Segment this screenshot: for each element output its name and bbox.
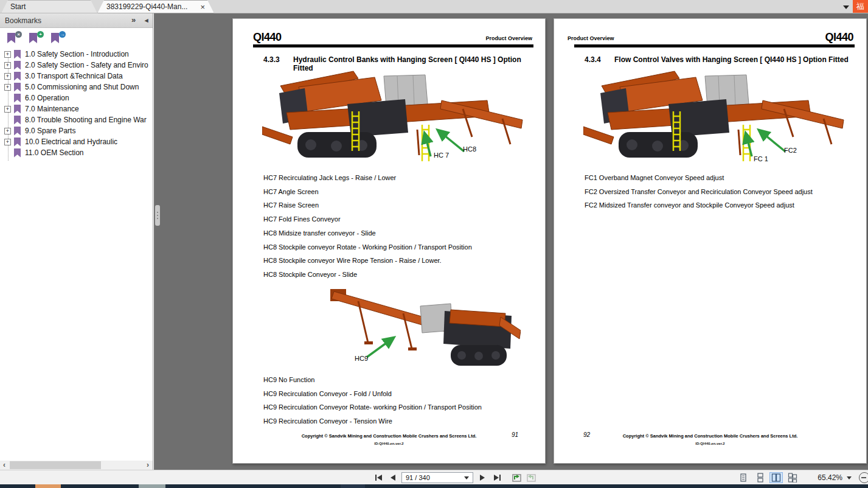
next-view-button[interactable] xyxy=(526,473,536,482)
zoom-dropdown-icon[interactable] xyxy=(847,476,852,479)
tab-document[interactable]: 383199229-Qi440-Man... × xyxy=(97,0,214,13)
text-line: HC8 Stockpile conveyor Wire Rope Tension… xyxy=(263,254,531,268)
expand-icon[interactable]: + xyxy=(4,106,11,113)
page-number: 91 xyxy=(512,431,518,438)
bookmark-item[interactable]: 6.0 Operation xyxy=(0,92,153,103)
panel-collapse-icon[interactable]: » xyxy=(131,15,136,24)
zoom-level-value[interactable]: 65.42% xyxy=(811,473,842,482)
tab-close-icon[interactable]: × xyxy=(200,3,205,11)
facing-continuous-view-button[interactable] xyxy=(786,472,799,483)
expand-icon[interactable]: + xyxy=(4,73,11,80)
scroll-right-icon[interactable]: › xyxy=(144,461,152,470)
next-page-button[interactable] xyxy=(478,472,487,483)
bookmark-label: 11.0 OEM Section xyxy=(25,148,84,157)
scroll-left-icon[interactable]: ‹ xyxy=(0,461,9,470)
windows-taskbar-edge xyxy=(0,484,868,488)
first-page-button[interactable] xyxy=(373,472,384,483)
last-page-button[interactable] xyxy=(491,472,502,483)
expand-icon[interactable]: + xyxy=(4,51,11,58)
text-line: HC7 Angle Screen xyxy=(263,185,531,199)
expand-icon[interactable]: + xyxy=(4,62,11,69)
pdf-page-92: Product Overview QI440 4.3.4 Flow Contro… xyxy=(554,18,867,464)
status-bar: 91 / 340 65.42% xyxy=(0,470,868,484)
text-line: HC7 Recirculating Jack Legs - Raise / Lo… xyxy=(263,171,531,185)
figure-callout: FC 1 xyxy=(754,155,768,162)
doc-id-line: ID:QI440.en.ver.2 xyxy=(233,442,545,445)
expand-icon[interactable]: + xyxy=(4,139,11,145)
figure-callout: HC8 xyxy=(463,145,476,153)
tab-bar: Start 383199229-Qi440-Man... × 福 xyxy=(0,0,868,13)
page-dropdown-icon[interactable] xyxy=(464,476,469,479)
bookmark-item[interactable]: + 5.0 Commissioning and Shut Down xyxy=(0,82,153,92)
header-rule xyxy=(574,44,855,47)
bookmarks-toolbar: × + → xyxy=(0,32,153,46)
previous-view-button[interactable] xyxy=(511,473,522,482)
bookmark-item[interactable]: + 10.0 Electrical and Hydraulic xyxy=(0,136,153,147)
body-text: HC7 Recirculating Jack Legs - Raise / Lo… xyxy=(263,171,531,282)
facing-pages-view-button-selected[interactable] xyxy=(769,472,783,483)
panel-splitter-handle[interactable] xyxy=(155,205,160,226)
previous-page-button[interactable] xyxy=(389,472,397,483)
text-line: HC9 Recirculation Conveyor Rotate- worki… xyxy=(263,400,531,414)
text-line: HC8 Stockpile conveyor Rotate - Working … xyxy=(263,240,531,254)
text-line: HC9 No Function xyxy=(263,373,531,387)
single-page-view-button[interactable] xyxy=(737,472,750,483)
expand-icon[interactable]: + xyxy=(4,84,11,91)
tab-start[interactable]: Start xyxy=(1,0,97,13)
delete-badge-icon: × xyxy=(15,31,22,38)
bookmark-label: 10.0 Electrical and Hydraulic xyxy=(25,138,117,146)
page-number-input[interactable]: 91 / 340 xyxy=(401,472,473,483)
text-line: HC9 Recirculation Conveyor - Fold / Unfo… xyxy=(263,387,531,401)
qi440-logo: QI440 xyxy=(825,31,853,44)
delete-bookmark-button[interactable]: × xyxy=(7,33,22,46)
bookmark-item[interactable]: + 7.0 Maintenance xyxy=(0,103,153,114)
pdf-page-91: QI440 Product Overview 4.3.3 Hydraulic C… xyxy=(232,18,546,464)
bookmark-label: 2.0 Safety Section - Safety and Enviro xyxy=(25,61,148,69)
add-badge-icon: + xyxy=(37,31,44,38)
bookmarks-panel: Bookmarks » ◂ × + → + 1.0 Safety Section… xyxy=(0,13,153,470)
bookmark-item[interactable]: 11.0 OEM Section xyxy=(0,147,153,158)
add-bookmark-button[interactable]: + xyxy=(29,33,44,46)
figure-callout: HC 7 xyxy=(434,152,449,159)
continuous-view-button[interactable] xyxy=(754,472,767,483)
foxit-logo-icon[interactable]: 福 xyxy=(853,0,868,13)
bookmark-label: 1.0 Safety Section - Introduction xyxy=(25,50,129,58)
tab-document-label: 383199229-Qi440-Man... xyxy=(106,2,195,11)
page-corner-text: Product Overview xyxy=(485,35,532,41)
copyright-line: Copyright © Sandvik Mining and Construct… xyxy=(233,433,545,439)
horizontal-scrollbar[interactable]: ‹ › xyxy=(0,461,153,470)
header-rule xyxy=(253,44,533,47)
page-field-value: 91 / 340 xyxy=(406,474,430,481)
bookmark-item[interactable]: 8.0 Trouble Shooting and Engine War xyxy=(0,114,153,125)
text-line: FC1 Overband Magnet Conveyor Speed adjus… xyxy=(585,171,852,185)
bookmark-icon xyxy=(14,116,21,125)
bookmark-item[interactable]: + 3.0 Transport &Technical Data xyxy=(0,71,153,82)
text-line: HC7 Fold Fines Conveyor xyxy=(263,212,531,226)
goto-bookmark-button[interactable]: → xyxy=(51,33,66,46)
taskbar-accent-orange xyxy=(35,484,61,488)
bookmark-item[interactable]: + 2.0 Safety Section - Safety and Enviro xyxy=(0,60,153,71)
tab-list-dropdown-icon[interactable] xyxy=(843,5,849,9)
panel-hide-icon[interactable]: ◂ xyxy=(145,16,148,24)
bookmarks-tree: + 1.0 Safety Section - Introduction + 2.… xyxy=(0,49,153,158)
bookmark-icon xyxy=(14,61,21,70)
figure-callout: FC2 xyxy=(784,147,797,154)
expand-icon[interactable]: + xyxy=(4,128,11,134)
machine-figure-recirculation: HC9 xyxy=(329,274,521,372)
bookmark-label: 3.0 Transport &Technical Data xyxy=(25,72,123,80)
bookmark-icon xyxy=(14,83,21,92)
goto-badge-icon: → xyxy=(59,31,66,38)
qi440-logo: QI440 xyxy=(253,31,282,44)
bookmark-icon xyxy=(14,94,21,103)
zoom-out-button[interactable] xyxy=(859,472,868,483)
section-heading: 4.3.4 Flow Control Valves with Hanging S… xyxy=(585,55,852,64)
doc-id-line: ID:QI440.en.ver.2 xyxy=(554,442,866,445)
document-canvas[interactable]: QI440 Product Overview 4.3.3 Hydraulic C… xyxy=(154,13,868,470)
bookmark-item[interactable]: + 9.0 Spare Parts xyxy=(0,125,153,136)
bookmark-flag-icon xyxy=(29,33,37,43)
bookmark-item[interactable]: + 1.0 Safety Section - Introduction xyxy=(0,49,153,60)
scrollbar-thumb[interactable] xyxy=(10,461,101,469)
bookmark-label: 5.0 Commissioning and Shut Down xyxy=(25,83,139,91)
bookmarks-title: Bookmarks xyxy=(5,16,41,25)
text-line: HC9 Recirculation Conveyor - Tension Wir… xyxy=(263,414,531,428)
